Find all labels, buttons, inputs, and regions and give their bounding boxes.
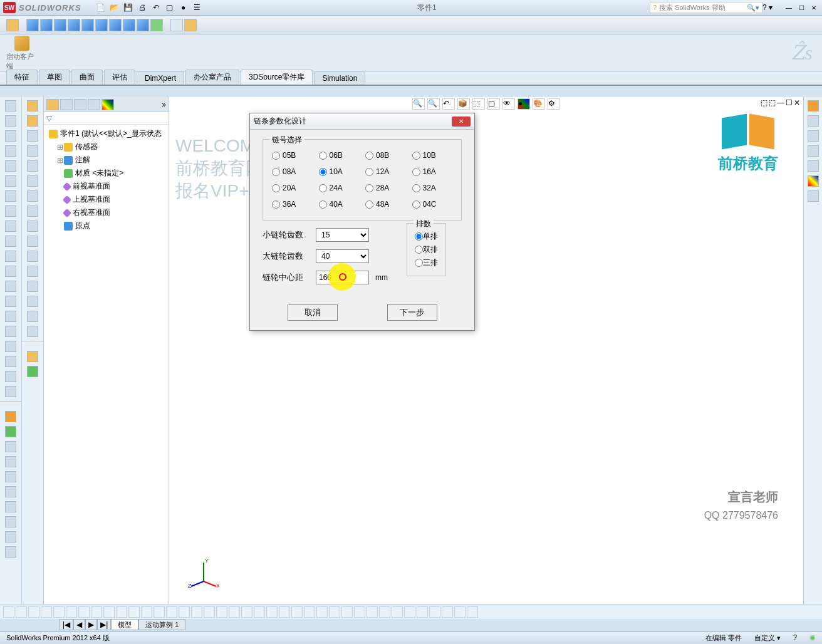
tree-right-plane[interactable]: 右视基准面 xyxy=(46,206,166,219)
l2t6-icon[interactable] xyxy=(27,175,38,187)
tab-office[interactable]: 办公室产品 xyxy=(185,70,239,85)
l2t9-icon[interactable] xyxy=(27,221,38,232)
search-icon[interactable]: 🔍▾ xyxy=(747,4,759,12)
tab-model[interactable]: 模型 xyxy=(111,619,138,630)
arrange-double[interactable]: 双排 xyxy=(415,244,438,255)
axis-icon[interactable] xyxy=(6,19,19,31)
view-back-icon[interactable] xyxy=(40,19,53,31)
big-teeth-select[interactable]: 40 xyxy=(316,249,369,263)
radio-16A[interactable]: 16A xyxy=(412,167,453,176)
lt15-icon[interactable] xyxy=(5,311,16,322)
cancel-button[interactable]: 取消 xyxy=(288,304,338,321)
small-teeth-select[interactable]: 15 xyxy=(316,228,369,242)
tree-root[interactable]: 零件1 (默认<<默认>_显示状态 xyxy=(46,127,166,140)
l2t3-icon[interactable] xyxy=(27,130,38,142)
lt20-icon[interactable] xyxy=(5,386,16,397)
tab-3dsource[interactable]: 3DSource零件库 xyxy=(241,70,313,85)
vp-min-icon[interactable]: — xyxy=(777,98,784,107)
lt1-icon[interactable] xyxy=(5,100,16,112)
bt37-icon[interactable] xyxy=(454,606,466,618)
radio-36A[interactable]: 36A xyxy=(272,200,313,209)
lt24-icon[interactable] xyxy=(5,456,16,467)
bt10-icon[interactable] xyxy=(116,606,127,618)
tree-annotations[interactable]: ⊞注解 xyxy=(46,153,166,167)
select-icon[interactable]: ▢ xyxy=(163,1,177,14)
bt5-icon[interactable] xyxy=(53,606,65,618)
tab-features[interactable]: 特征 xyxy=(6,70,38,85)
tab-nav-last-icon[interactable]: ▶| xyxy=(97,619,111,630)
lt3-icon[interactable] xyxy=(5,130,16,142)
bt30-icon[interactable] xyxy=(367,606,378,618)
dialog-title-bar[interactable]: 链条参数化设计 ✕ xyxy=(250,113,474,130)
lt22-icon[interactable] xyxy=(5,426,16,437)
bt3-icon[interactable] xyxy=(28,606,39,618)
bt2-icon[interactable] xyxy=(16,606,27,618)
hide-show-icon[interactable]: 👁 xyxy=(502,98,515,110)
lt16-icon[interactable] xyxy=(5,326,16,337)
section-icon[interactable]: 📦 xyxy=(457,98,470,110)
tab-evaluate[interactable]: 评估 xyxy=(104,70,135,85)
bt13-icon[interactable] xyxy=(153,606,165,618)
zoom-fit-icon[interactable]: 🔍 xyxy=(412,98,425,110)
undo-icon[interactable]: ↶ xyxy=(149,1,163,14)
help-dropdown-icon[interactable]: ? ▾ xyxy=(762,3,773,12)
bt31-icon[interactable] xyxy=(379,606,390,618)
vp-tile-icon[interactable]: ⬚ xyxy=(769,98,776,107)
arrange-single[interactable]: 单排 xyxy=(415,231,438,242)
tab-sketch[interactable]: 草图 xyxy=(39,70,70,85)
print-icon[interactable]: 🖨 xyxy=(135,1,149,14)
lt25-icon[interactable] xyxy=(5,471,16,482)
view-iso-icon[interactable] xyxy=(109,19,122,31)
status-help-icon[interactable]: ? xyxy=(793,633,797,643)
bt25-icon[interactable] xyxy=(304,606,315,618)
lt10-icon[interactable] xyxy=(5,236,16,247)
tree-tab-display-icon[interactable] xyxy=(88,99,100,110)
tree-collapse-icon[interactable]: » xyxy=(162,100,166,109)
lt23-icon[interactable] xyxy=(5,441,16,452)
center-dist-input[interactable] xyxy=(316,271,369,284)
radio-10A[interactable]: 10A xyxy=(319,167,360,176)
lt30-icon[interactable] xyxy=(5,546,16,558)
radio-12A[interactable]: 12A xyxy=(365,167,406,176)
l2t2-icon[interactable] xyxy=(27,115,38,127)
bt21-icon[interactable] xyxy=(254,606,265,618)
tab-surfaces[interactable]: 曲面 xyxy=(71,70,103,85)
next-button[interactable]: 下一步 xyxy=(387,304,437,321)
radio-08B[interactable]: 08B xyxy=(365,151,406,160)
maximize-button[interactable]: ☐ xyxy=(796,3,806,12)
l2t8-icon[interactable] xyxy=(27,205,38,217)
prev-view-icon[interactable]: ↶ xyxy=(442,98,455,110)
l2t10-icon[interactable] xyxy=(27,236,38,247)
radio-48A[interactable]: 48A xyxy=(365,200,406,209)
tab-simulation[interactable]: Simulation xyxy=(314,71,365,85)
view-dimetric-icon[interactable] xyxy=(137,19,149,31)
bt15-icon[interactable] xyxy=(179,606,190,618)
bt20-icon[interactable] xyxy=(241,606,252,618)
tree-tab-config-icon[interactable] xyxy=(60,99,73,110)
lt13-icon[interactable] xyxy=(5,281,16,292)
radio-04C[interactable]: 04C xyxy=(412,200,453,209)
bt12-icon[interactable] xyxy=(141,606,152,618)
rt-home-icon[interactable] xyxy=(808,100,819,112)
rebuild-icon[interactable]: ● xyxy=(177,1,190,14)
display-style-icon[interactable]: ▢ xyxy=(487,98,500,110)
lt26-icon[interactable] xyxy=(5,486,16,497)
tree-tab-prop-icon[interactable] xyxy=(74,99,86,110)
bt32-icon[interactable] xyxy=(392,606,403,618)
tree-material[interactable]: 材质 <未指定> xyxy=(46,167,166,180)
l2t4-icon[interactable] xyxy=(27,145,38,157)
l2t16-icon[interactable] xyxy=(27,326,38,337)
radio-32A[interactable]: 32A xyxy=(412,184,453,192)
bt24-icon[interactable] xyxy=(291,606,303,618)
tab-nav-first-icon[interactable]: |◀ xyxy=(60,619,73,630)
bt38-icon[interactable] xyxy=(467,606,478,618)
tree-top-plane[interactable]: 上视基准面 xyxy=(46,193,166,206)
radio-24A[interactable]: 24A xyxy=(319,184,360,192)
bt8-icon[interactable] xyxy=(91,606,102,618)
rt-lib-icon[interactable] xyxy=(808,115,819,127)
lt4-icon[interactable] xyxy=(5,145,16,157)
l2t15-icon[interactable] xyxy=(27,311,38,322)
view-link-icon[interactable] xyxy=(184,19,197,31)
radio-08A[interactable]: 08A xyxy=(272,167,313,176)
view-orient-icon[interactable]: ⬚ xyxy=(472,98,485,110)
